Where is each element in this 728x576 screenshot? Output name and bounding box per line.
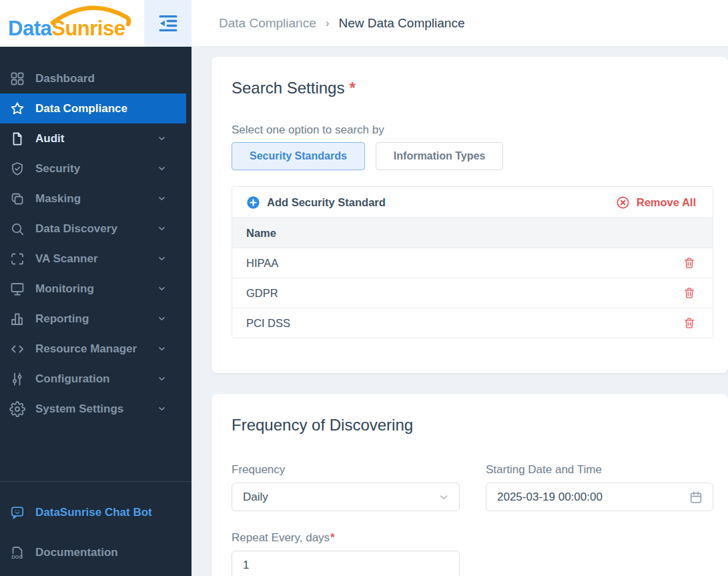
sidebar-item-label: Documentation [35, 546, 166, 559]
collapse-sidebar-button[interactable] [144, 0, 192, 47]
required-asterisk: * [349, 79, 355, 97]
chevron-down-icon [157, 224, 166, 233]
document-icon [9, 131, 25, 147]
frequency-form: Frequency Daily Starting Date and Time 2… [232, 462, 713, 511]
sidebar-item-label: Reporting [35, 312, 157, 326]
chevron-down-icon [157, 374, 166, 383]
chevron-down-icon [157, 314, 166, 323]
repeat-every-input[interactable] [232, 551, 460, 576]
sidebar-item-datasunrise-chat-bot[interactable]: DataSunrise Chat Bot [0, 497, 192, 527]
breadcrumb-current: New Data Compliance [338, 16, 464, 31]
sidebar-item-data-compliance[interactable]: Data Compliance [0, 93, 186, 123]
code-icon [9, 341, 25, 357]
repeat-every-label: Repeat Every, days* [232, 530, 713, 545]
table-toolbar: Add Security Standard Remove All [232, 187, 713, 218]
sidebar-item-label: Dashboard [35, 72, 166, 85]
calendar-icon[interactable] [689, 490, 703, 505]
sidebar-item-monitoring[interactable]: Monitoring [0, 274, 192, 304]
plus-circle-icon [246, 196, 260, 210]
monitor-icon [9, 281, 25, 297]
sidebar-item-label: Resource Manager [35, 342, 157, 356]
remove-all-button[interactable]: Remove All [616, 196, 696, 210]
search-settings-card: Search Settings* Select one option to se… [212, 57, 728, 373]
delete-row-icon[interactable] [683, 286, 696, 300]
sidebar-item-security[interactable]: Security [0, 154, 192, 184]
star-icon [9, 101, 25, 117]
option-security-standards[interactable]: Security Standards [232, 142, 365, 170]
select-option-caption: Select one option to search by [232, 122, 713, 137]
standard-name: PCI DSS [246, 317, 290, 330]
table-row: GDPR [232, 278, 713, 308]
sunrise-arc-icon [51, 4, 136, 27]
sidebar-item-label: Masking [35, 192, 157, 206]
sidebar-item-dashboard[interactable]: Dashboard [0, 63, 192, 93]
gear-icon [9, 401, 25, 417]
app-header: DataSunrise [0, 0, 192, 47]
delete-row-icon[interactable] [683, 316, 696, 330]
sidebar-item-label: Data Discovery [35, 222, 157, 236]
sidebar-item-system-settings[interactable]: System Settings [0, 394, 192, 424]
shield-icon [9, 161, 25, 177]
frequency-select[interactable]: Daily [232, 483, 460, 511]
table-header-name: Name [232, 218, 713, 248]
collapse-sidebar-icon [155, 11, 181, 36]
sliders-icon [9, 371, 25, 387]
sidebar-item-reporting[interactable]: Reporting [0, 304, 192, 334]
sidebar-item-label: Audit [35, 132, 157, 146]
sidebar-item-label: Configuration [35, 372, 157, 386]
chat-icon [9, 505, 25, 521]
security-standards-table: Add Security Standard Remove All Name HI… [232, 186, 713, 338]
chevron-down-icon [157, 284, 166, 293]
chevron-down-icon [157, 404, 166, 413]
sidebar-nav: Dashboard Data Compliance Audit Security… [0, 47, 192, 481]
dashboard-icon [9, 71, 25, 87]
chevron-down-icon [157, 194, 166, 203]
sidebar-item-label: System Settings [35, 402, 157, 416]
start-datetime-input[interactable]: 2025-03-19 00:00:00 [486, 483, 713, 511]
standard-name: HIPAA [246, 257, 278, 270]
frequency-card: Frequency of Discovering Frequency Daily… [212, 394, 728, 576]
chevron-down-icon [438, 491, 450, 503]
sidebar-item-audit[interactable]: Audit [0, 123, 192, 154]
start-datetime-label: Starting Date and Time [486, 462, 713, 477]
add-security-standard-button[interactable]: Add Security Standard [246, 196, 386, 210]
sidebar-footer: DataSunrise Chat Bot DOC Documentation [0, 481, 192, 576]
frequency-selected-value: Daily [243, 491, 268, 504]
breadcrumb-separator: › [326, 17, 330, 30]
sidebar-item-label: VA Scanner [35, 252, 157, 266]
sidebar-item-label: Security [35, 162, 157, 176]
sidebar-item-resource-manager[interactable]: Resource Manager [0, 334, 192, 364]
chevron-down-icon [157, 344, 166, 353]
datasunrise-logo[interactable]: DataSunrise [0, 0, 144, 47]
search-option-toggle: Security StandardsInformation Types [232, 142, 713, 170]
sidebar-item-data-discovery[interactable]: Data Discovery [0, 214, 192, 244]
main-area: Data Compliance › New Data Compliance Se… [192, 0, 728, 576]
option-information-types[interactable]: Information Types [376, 142, 504, 170]
svg-text:DOC: DOC [11, 553, 23, 559]
chevron-down-icon [157, 254, 166, 263]
sidebar-item-documentation[interactable]: DOC Documentation [0, 537, 192, 567]
standard-name: GDPR [246, 287, 278, 300]
page-content: Search Settings* Select one option to se… [192, 47, 728, 576]
sidebar-item-label: Monitoring [35, 282, 157, 296]
sidebar-item-configuration[interactable]: Configuration [0, 364, 192, 394]
frequency-label: Frequency [232, 462, 460, 477]
sidebar-item-masking[interactable]: Masking [0, 184, 192, 214]
bar-chart-icon [9, 311, 25, 327]
scanner-icon [9, 251, 25, 267]
chevron-down-icon [157, 134, 166, 143]
search-icon [9, 221, 25, 237]
table-row: HIPAA [232, 248, 713, 278]
sidebar-item-label: Data Compliance [35, 102, 166, 115]
search-settings-title: Search Settings* [232, 78, 713, 98]
chevron-down-icon [157, 164, 166, 173]
required-asterisk: * [330, 531, 335, 544]
start-datetime-value: 2025-03-19 00:00:00 [497, 491, 603, 504]
masking-icon [9, 191, 25, 207]
sidebar-item-va-scanner[interactable]: VA Scanner [0, 244, 192, 274]
sidebar: DataSunrise Dashboard Data Compliance Au… [0, 0, 192, 576]
delete-row-icon[interactable] [683, 256, 696, 270]
breadcrumb-parent[interactable]: Data Compliance [219, 16, 316, 31]
table-row: PCI DSS [232, 308, 713, 338]
table-body: HIPAA GDPR PCI DSS [232, 248, 713, 338]
